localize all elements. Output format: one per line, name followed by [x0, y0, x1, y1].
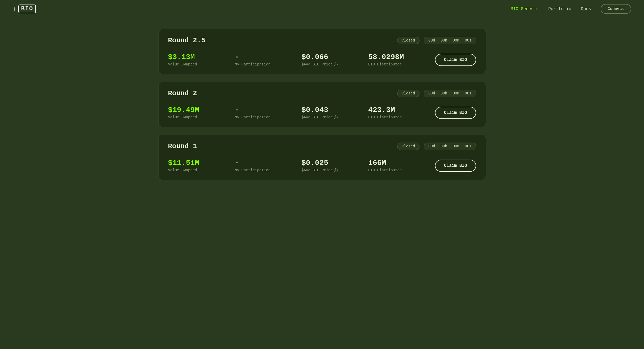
stat-item-0-0: $3.13MValue Swapped — [168, 53, 235, 67]
timer-hours-2: 00h — [441, 144, 447, 148]
navbar: ✳ BIO BIO Genesis Portfolio Docs Connect — [0, 0, 644, 18]
closed-badge-1: Closed — [397, 90, 419, 97]
timer-minutes-0: 00m — [453, 38, 459, 43]
stat-item-2-2: $0.025$Avg BIO Pricei — [301, 159, 368, 172]
timer-2: 00d · 00h · 00m · 00s — [424, 143, 476, 150]
stat-item-1-3: 423.3MBIO Distributed — [368, 106, 435, 119]
round-card-0: Round 2.5Closed 00d · 00h · 00m · 00s $3… — [158, 29, 486, 74]
timer-dot-1-1: · — [437, 91, 439, 95]
stat-label-1-3: BIO Distributed — [368, 115, 435, 119]
stat-value-1-1: - — [235, 106, 301, 114]
stat-item-2-0: $11.51MValue Swapped — [168, 159, 235, 172]
stat-label-1-2: $Avg BIO Pricei — [301, 115, 368, 119]
closed-badge-0: Closed — [397, 37, 419, 44]
timer-dot-0-1: · — [437, 38, 439, 43]
timer-dot-0-3: · — [461, 38, 463, 43]
closed-badge-2: Closed — [397, 143, 419, 150]
stat-value-1-3: 423.3M — [368, 106, 435, 114]
round-title-2: Round 1 — [168, 142, 197, 150]
timer-seconds-1: 00s — [465, 91, 471, 95]
claim-button-1[interactable]: Claim BIO — [435, 107, 476, 119]
stat-label-1-1: My Participation — [235, 115, 301, 119]
timer-minutes-2: 00m — [453, 144, 459, 148]
timer-days-2: 00d — [428, 144, 435, 148]
round-title-0: Round 2.5 — [168, 36, 205, 44]
timer-0: 00d · 00h · 00m · 00s — [424, 37, 476, 44]
round-card-1: Round 2Closed 00d · 00h · 00m · 00s $19.… — [158, 82, 486, 127]
stat-value-1-2: $0.043 — [301, 106, 368, 114]
nav-bio-genesis[interactable]: BIO Genesis — [511, 7, 539, 11]
stat-value-0-3: 58.0298M — [368, 53, 435, 61]
claim-button-2[interactable]: Claim BIO — [435, 160, 476, 172]
stat-label-1-0: Value Swapped — [168, 115, 235, 119]
logo: ✳ BIO — [13, 5, 36, 13]
stat-label-0-1: My Participation — [235, 62, 301, 67]
timer-days-1: 00d — [428, 91, 435, 95]
timer-dot-1-2: · — [449, 91, 451, 95]
stat-item-1-2: $0.043$Avg BIO Pricei — [301, 106, 368, 119]
info-icon-2-2[interactable]: i — [334, 168, 338, 172]
info-icon-1-2[interactable]: i — [334, 115, 338, 119]
info-icon-0-2[interactable]: i — [334, 63, 338, 66]
round-card-2: Round 1Closed 00d · 00h · 00m · 00s $11.… — [158, 135, 486, 180]
timer-seconds-2: 00s — [465, 144, 471, 148]
stats-row-0: $3.13MValue Swapped-My Participation$0.0… — [168, 53, 476, 67]
timer-dot-1-3: · — [461, 91, 463, 95]
stat-value-2-3: 166M — [368, 159, 435, 167]
stat-item-2-1: -My Participation — [235, 159, 301, 172]
stat-item-0-1: -My Participation — [235, 53, 301, 67]
stat-item-1-0: $19.49MValue Swapped — [168, 106, 235, 119]
stat-value-2-2: $0.025 — [301, 159, 368, 167]
stat-label-0-2: $Avg BIO Pricei — [301, 62, 368, 67]
stat-value-1-0: $19.49M — [168, 106, 235, 114]
stat-item-2-3: 166MBIO Distributed — [368, 159, 435, 172]
timer-1: 00d · 00h · 00m · 00s — [424, 90, 476, 97]
timer-hours-1: 00h — [441, 91, 447, 95]
claim-button-0[interactable]: Claim BIO — [435, 54, 476, 66]
timer-dot-0-2: · — [449, 38, 451, 43]
timer-minutes-1: 00m — [453, 91, 459, 95]
stat-label-2-1: My Participation — [235, 168, 301, 172]
connect-button[interactable]: Connect — [601, 4, 631, 14]
logo-icon: ✳ — [13, 5, 16, 13]
stat-label-2-0: Value Swapped — [168, 168, 235, 172]
timer-seconds-0: 00s — [465, 38, 471, 43]
timer-hours-0: 00h — [441, 38, 447, 43]
stat-value-2-1: - — [235, 159, 301, 167]
timer-dot-2-3: · — [461, 144, 463, 148]
logo-text: BIO — [18, 5, 36, 13]
main-content: Round 2.5Closed 00d · 00h · 00m · 00s $3… — [152, 18, 492, 191]
stat-value-2-0: $11.51M — [168, 159, 235, 167]
stat-value-0-0: $3.13M — [168, 53, 235, 61]
stats-row-1: $19.49MValue Swapped-My Participation$0.… — [168, 106, 476, 119]
nav-links: BIO Genesis Portfolio Docs Connect — [511, 4, 631, 14]
stats-row-2: $11.51MValue Swapped-My Participation$0.… — [168, 159, 476, 172]
stat-value-0-1: - — [235, 53, 301, 61]
stat-label-0-0: Value Swapped — [168, 62, 235, 67]
timer-days-0: 00d — [428, 38, 435, 43]
stat-label-0-3: BIO Distributed — [368, 62, 435, 67]
stat-value-0-2: $0.066 — [301, 53, 368, 61]
nav-portfolio[interactable]: Portfolio — [548, 7, 571, 11]
stat-item-1-1: -My Participation — [235, 106, 301, 119]
timer-dot-2-2: · — [449, 144, 451, 148]
stat-label-2-3: BIO Distributed — [368, 168, 435, 172]
timer-dot-2-1: · — [437, 144, 439, 148]
round-title-1: Round 2 — [168, 89, 197, 97]
nav-docs[interactable]: Docs — [581, 7, 591, 11]
stat-item-0-2: $0.066$Avg BIO Pricei — [301, 53, 368, 67]
stat-label-2-2: $Avg BIO Pricei — [301, 168, 368, 172]
stat-item-0-3: 58.0298MBIO Distributed — [368, 53, 435, 67]
